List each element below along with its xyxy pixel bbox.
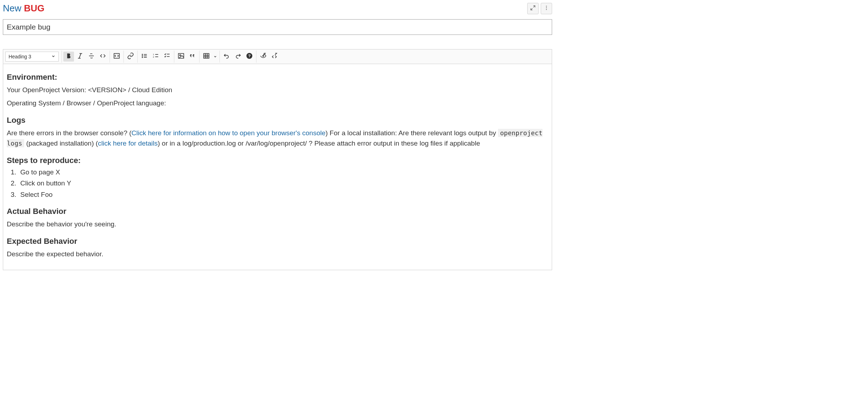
steps-heading: Steps to reproduce: [7, 156, 548, 165]
preview-button[interactable] [258, 52, 269, 62]
todo-list-icon [164, 52, 171, 61]
expected-behavior-heading: Expected Behavior [7, 237, 548, 246]
editor-toolbar: Heading 3 [3, 49, 552, 64]
svg-point-31 [263, 55, 264, 56]
code-icon [99, 52, 106, 61]
logs-paragraph: Are there errors in the browser console?… [7, 128, 548, 149]
eye-icon [260, 52, 267, 61]
environment-os-line: Operating System / Browser / OpenProject… [7, 98, 548, 108]
svg-rect-24 [204, 53, 209, 58]
italic-button[interactable] [75, 52, 85, 62]
svg-point-10 [142, 54, 143, 55]
svg-point-3 [546, 7, 547, 8]
undo-button[interactable] [221, 52, 232, 62]
environment-heading: Environment: [7, 73, 548, 82]
kebab-icon [544, 5, 549, 12]
svg-point-2 [546, 6, 547, 6]
image-button[interactable] [176, 52, 186, 62]
logs-console-link[interactable]: Click here for information on how to ope… [132, 129, 326, 137]
title-type-label: BUG [24, 3, 44, 14]
environment-version-line: Your OpenProject Version: <VERSION> / Cl… [7, 85, 548, 95]
more-actions-button[interactable] [541, 3, 552, 14]
page-header: New BUG [3, 3, 552, 14]
svg-point-4 [546, 9, 547, 10]
step-item: Click on button Y [18, 178, 548, 189]
svg-rect-22 [179, 53, 184, 58]
editor-content[interactable]: Environment: Your OpenProject Version: <… [3, 64, 552, 270]
source-icon [271, 52, 278, 61]
svg-text:2: 2 [153, 56, 154, 58]
numbered-list-icon: 12 [152, 52, 159, 61]
help-icon: ? [246, 52, 253, 61]
rich-text-editor: Heading 3 [3, 49, 552, 270]
redo-button[interactable] [233, 52, 243, 62]
actual-behavior-text: Describe the behavior you're seeing. [7, 219, 548, 229]
svg-point-11 [142, 56, 143, 56]
quote-icon [189, 52, 196, 61]
title-new-label: New [3, 3, 21, 14]
help-button[interactable]: ? [244, 52, 255, 62]
redo-icon [234, 52, 242, 61]
step-item: Go to page X [18, 167, 548, 178]
bold-icon [65, 52, 72, 61]
steps-list: Go to page X Click on button Y Select Fo… [10, 167, 548, 200]
bullet-list-button[interactable] [139, 52, 150, 62]
svg-text:?: ? [248, 53, 250, 58]
logs-details-link[interactable]: click here for details [98, 140, 158, 147]
expected-behavior-text: Describe the expected behavior. [7, 249, 548, 259]
header-actions [527, 3, 552, 14]
svg-text:1: 1 [153, 53, 154, 56]
table-button[interactable] [201, 52, 212, 62]
step-item: Select Foo [18, 190, 548, 200]
code-block-icon [113, 52, 120, 61]
undo-icon [223, 52, 230, 61]
numbered-list-button[interactable]: 12 [150, 52, 161, 62]
page-title: New BUG [3, 3, 44, 14]
strikethrough-icon [88, 52, 95, 61]
code-block-button[interactable] [111, 52, 122, 62]
italic-icon [76, 52, 84, 61]
bold-button[interactable] [63, 52, 74, 62]
link-button[interactable] [125, 52, 136, 62]
inline-code-button[interactable] [97, 52, 108, 62]
svg-point-12 [142, 57, 143, 58]
link-icon [127, 52, 134, 61]
todo-list-button[interactable] [162, 52, 173, 62]
chevron-down-icon [51, 54, 55, 59]
svg-line-7 [79, 53, 81, 58]
blockquote-button[interactable] [187, 52, 198, 62]
fullscreen-button[interactable] [527, 3, 539, 14]
svg-line-1 [531, 8, 533, 10]
table-icon [203, 52, 210, 61]
expand-icon [530, 5, 536, 12]
logs-heading: Logs [7, 116, 548, 125]
heading-dropdown[interactable]: Heading 3 [5, 52, 59, 62]
actual-behavior-heading: Actual Behavior [7, 207, 548, 216]
source-button[interactable] [269, 52, 280, 62]
subject-input[interactable] [3, 19, 552, 35]
heading-dropdown-label: Heading 3 [9, 54, 31, 59]
svg-point-23 [180, 55, 181, 56]
table-dropdown-button[interactable] [212, 52, 218, 62]
svg-line-0 [533, 6, 535, 7]
image-icon [178, 52, 185, 61]
bullet-list-icon [141, 52, 148, 61]
chevron-down-icon [213, 53, 217, 60]
strikethrough-button[interactable] [86, 52, 97, 62]
